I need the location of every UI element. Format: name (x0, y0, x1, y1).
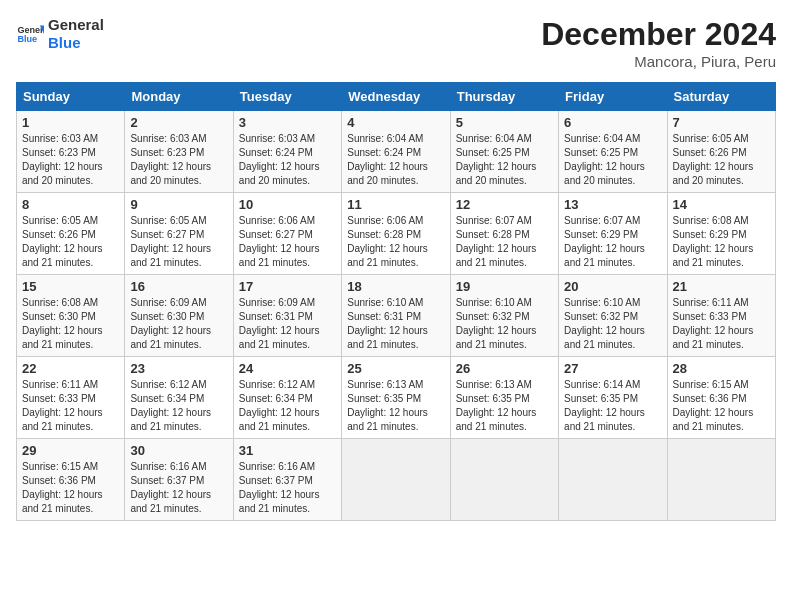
calendar-cell: 19Sunrise: 6:10 AM Sunset: 6:32 PM Dayli… (450, 275, 558, 357)
day-info: Sunrise: 6:05 AM Sunset: 6:26 PM Dayligh… (22, 214, 119, 270)
day-number: 3 (239, 115, 336, 130)
svg-text:Blue: Blue (17, 34, 37, 44)
day-info: Sunrise: 6:03 AM Sunset: 6:23 PM Dayligh… (130, 132, 227, 188)
logo-general: General (48, 16, 104, 34)
calendar-table: SundayMondayTuesdayWednesdayThursdayFrid… (16, 82, 776, 521)
day-info: Sunrise: 6:03 AM Sunset: 6:24 PM Dayligh… (239, 132, 336, 188)
calendar-cell (667, 439, 775, 521)
calendar-cell: 21Sunrise: 6:11 AM Sunset: 6:33 PM Dayli… (667, 275, 775, 357)
day-number: 22 (22, 361, 119, 376)
logo: General Blue General Blue (16, 16, 104, 52)
day-info: Sunrise: 6:15 AM Sunset: 6:36 PM Dayligh… (22, 460, 119, 516)
calendar-cell: 29Sunrise: 6:15 AM Sunset: 6:36 PM Dayli… (17, 439, 125, 521)
page-header: General Blue General Blue December 2024 … (16, 16, 776, 70)
calendar-cell: 7Sunrise: 6:05 AM Sunset: 6:26 PM Daylig… (667, 111, 775, 193)
calendar-cell: 27Sunrise: 6:14 AM Sunset: 6:35 PM Dayli… (559, 357, 667, 439)
day-info: Sunrise: 6:07 AM Sunset: 6:29 PM Dayligh… (564, 214, 661, 270)
calendar-cell: 4Sunrise: 6:04 AM Sunset: 6:24 PM Daylig… (342, 111, 450, 193)
day-info: Sunrise: 6:12 AM Sunset: 6:34 PM Dayligh… (239, 378, 336, 434)
calendar-cell (559, 439, 667, 521)
calendar-cell: 12Sunrise: 6:07 AM Sunset: 6:28 PM Dayli… (450, 193, 558, 275)
day-number: 19 (456, 279, 553, 294)
calendar-cell: 8Sunrise: 6:05 AM Sunset: 6:26 PM Daylig… (17, 193, 125, 275)
calendar-cell: 6Sunrise: 6:04 AM Sunset: 6:25 PM Daylig… (559, 111, 667, 193)
day-info: Sunrise: 6:15 AM Sunset: 6:36 PM Dayligh… (673, 378, 770, 434)
day-number: 25 (347, 361, 444, 376)
day-info: Sunrise: 6:16 AM Sunset: 6:37 PM Dayligh… (239, 460, 336, 516)
week-row-1: 1Sunrise: 6:03 AM Sunset: 6:23 PM Daylig… (17, 111, 776, 193)
day-number: 31 (239, 443, 336, 458)
calendar-header: SundayMondayTuesdayWednesdayThursdayFrid… (17, 83, 776, 111)
calendar-cell: 23Sunrise: 6:12 AM Sunset: 6:34 PM Dayli… (125, 357, 233, 439)
day-number: 7 (673, 115, 770, 130)
day-number: 16 (130, 279, 227, 294)
day-number: 28 (673, 361, 770, 376)
day-info: Sunrise: 6:16 AM Sunset: 6:37 PM Dayligh… (130, 460, 227, 516)
calendar-cell: 20Sunrise: 6:10 AM Sunset: 6:32 PM Dayli… (559, 275, 667, 357)
calendar-cell: 17Sunrise: 6:09 AM Sunset: 6:31 PM Dayli… (233, 275, 341, 357)
day-info: Sunrise: 6:11 AM Sunset: 6:33 PM Dayligh… (22, 378, 119, 434)
day-info: Sunrise: 6:05 AM Sunset: 6:26 PM Dayligh… (673, 132, 770, 188)
calendar-cell: 15Sunrise: 6:08 AM Sunset: 6:30 PM Dayli… (17, 275, 125, 357)
day-number: 21 (673, 279, 770, 294)
day-number: 12 (456, 197, 553, 212)
calendar-cell (450, 439, 558, 521)
calendar-cell: 5Sunrise: 6:04 AM Sunset: 6:25 PM Daylig… (450, 111, 558, 193)
calendar-cell: 18Sunrise: 6:10 AM Sunset: 6:31 PM Dayli… (342, 275, 450, 357)
calendar-cell: 9Sunrise: 6:05 AM Sunset: 6:27 PM Daylig… (125, 193, 233, 275)
col-header-thursday: Thursday (450, 83, 558, 111)
calendar-cell: 1Sunrise: 6:03 AM Sunset: 6:23 PM Daylig… (17, 111, 125, 193)
logo-icon: General Blue (16, 20, 44, 48)
calendar-cell: 3Sunrise: 6:03 AM Sunset: 6:24 PM Daylig… (233, 111, 341, 193)
calendar-subtitle: Mancora, Piura, Peru (541, 53, 776, 70)
col-header-monday: Monday (125, 83, 233, 111)
week-row-3: 15Sunrise: 6:08 AM Sunset: 6:30 PM Dayli… (17, 275, 776, 357)
col-header-wednesday: Wednesday (342, 83, 450, 111)
calendar-cell: 13Sunrise: 6:07 AM Sunset: 6:29 PM Dayli… (559, 193, 667, 275)
svg-text:General: General (17, 25, 44, 35)
week-row-4: 22Sunrise: 6:11 AM Sunset: 6:33 PM Dayli… (17, 357, 776, 439)
day-number: 26 (456, 361, 553, 376)
day-number: 24 (239, 361, 336, 376)
day-info: Sunrise: 6:11 AM Sunset: 6:33 PM Dayligh… (673, 296, 770, 352)
day-number: 29 (22, 443, 119, 458)
calendar-cell: 2Sunrise: 6:03 AM Sunset: 6:23 PM Daylig… (125, 111, 233, 193)
calendar-cell: 14Sunrise: 6:08 AM Sunset: 6:29 PM Dayli… (667, 193, 775, 275)
calendar-title: December 2024 (541, 16, 776, 53)
day-number: 15 (22, 279, 119, 294)
day-number: 18 (347, 279, 444, 294)
day-info: Sunrise: 6:06 AM Sunset: 6:28 PM Dayligh… (347, 214, 444, 270)
logo-blue: Blue (48, 34, 104, 52)
day-info: Sunrise: 6:09 AM Sunset: 6:30 PM Dayligh… (130, 296, 227, 352)
week-row-2: 8Sunrise: 6:05 AM Sunset: 6:26 PM Daylig… (17, 193, 776, 275)
col-header-sunday: Sunday (17, 83, 125, 111)
day-info: Sunrise: 6:03 AM Sunset: 6:23 PM Dayligh… (22, 132, 119, 188)
day-info: Sunrise: 6:10 AM Sunset: 6:31 PM Dayligh… (347, 296, 444, 352)
day-info: Sunrise: 6:09 AM Sunset: 6:31 PM Dayligh… (239, 296, 336, 352)
day-info: Sunrise: 6:08 AM Sunset: 6:29 PM Dayligh… (673, 214, 770, 270)
day-number: 10 (239, 197, 336, 212)
calendar-cell: 25Sunrise: 6:13 AM Sunset: 6:35 PM Dayli… (342, 357, 450, 439)
day-number: 13 (564, 197, 661, 212)
day-number: 5 (456, 115, 553, 130)
calendar-cell (342, 439, 450, 521)
day-info: Sunrise: 6:10 AM Sunset: 6:32 PM Dayligh… (456, 296, 553, 352)
calendar-cell: 31Sunrise: 6:16 AM Sunset: 6:37 PM Dayli… (233, 439, 341, 521)
day-info: Sunrise: 6:05 AM Sunset: 6:27 PM Dayligh… (130, 214, 227, 270)
col-header-saturday: Saturday (667, 83, 775, 111)
day-number: 27 (564, 361, 661, 376)
calendar-cell: 28Sunrise: 6:15 AM Sunset: 6:36 PM Dayli… (667, 357, 775, 439)
day-number: 2 (130, 115, 227, 130)
day-number: 20 (564, 279, 661, 294)
col-header-tuesday: Tuesday (233, 83, 341, 111)
day-number: 1 (22, 115, 119, 130)
day-number: 14 (673, 197, 770, 212)
day-number: 6 (564, 115, 661, 130)
day-info: Sunrise: 6:13 AM Sunset: 6:35 PM Dayligh… (456, 378, 553, 434)
day-info: Sunrise: 6:12 AM Sunset: 6:34 PM Dayligh… (130, 378, 227, 434)
day-info: Sunrise: 6:07 AM Sunset: 6:28 PM Dayligh… (456, 214, 553, 270)
day-number: 4 (347, 115, 444, 130)
calendar-cell: 10Sunrise: 6:06 AM Sunset: 6:27 PM Dayli… (233, 193, 341, 275)
week-row-5: 29Sunrise: 6:15 AM Sunset: 6:36 PM Dayli… (17, 439, 776, 521)
day-info: Sunrise: 6:06 AM Sunset: 6:27 PM Dayligh… (239, 214, 336, 270)
